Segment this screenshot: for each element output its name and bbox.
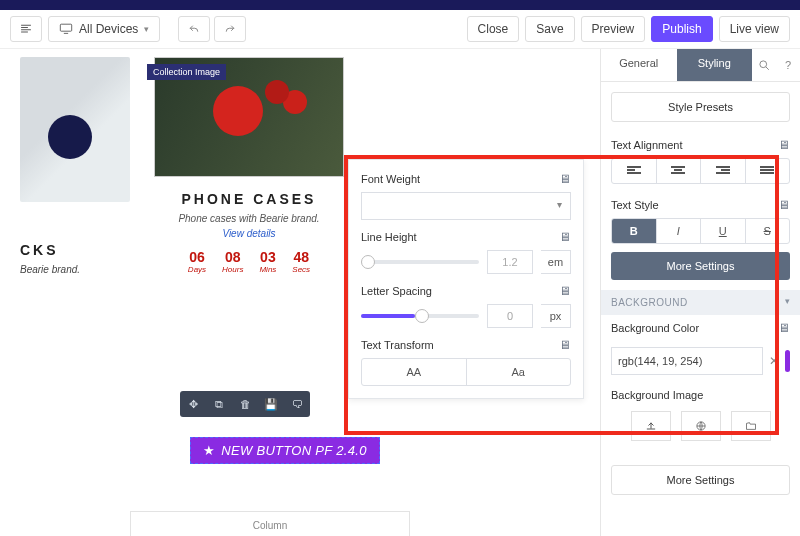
align-right[interactable]: [700, 159, 745, 183]
letter-spacing-unit[interactable]: px: [541, 304, 571, 328]
tab-general[interactable]: General: [601, 49, 677, 81]
comment-icon[interactable]: 🗨: [284, 391, 310, 417]
letter-spacing-input[interactable]: 0: [487, 304, 533, 328]
background-image-source: [601, 405, 800, 447]
live-view-button[interactable]: Live view: [719, 16, 790, 42]
text-style-label: Text Style: [611, 199, 659, 211]
svg-rect-0: [60, 24, 71, 31]
align-left[interactable]: [612, 159, 656, 183]
cks-title: CKS: [20, 242, 130, 258]
panel-tabs: General Styling ?: [601, 49, 800, 82]
backpack-image: [20, 57, 130, 202]
text-align-tool[interactable]: [10, 16, 42, 42]
top-strip: [0, 0, 800, 10]
redo-button[interactable]: [214, 16, 246, 42]
text-alignment-group: [611, 158, 790, 184]
background-color-input[interactable]: [611, 347, 763, 375]
column-placeholder[interactable]: Column: [130, 511, 410, 536]
publish-button[interactable]: Publish: [651, 16, 712, 42]
countdown: 06Days 08Hours 03Mins 48Secs: [188, 249, 310, 274]
device-icon[interactable]: 🖥: [559, 172, 571, 186]
search-icon[interactable]: [752, 49, 776, 81]
svg-point-1: [760, 61, 767, 68]
copy-icon[interactable]: ⧉: [206, 391, 232, 417]
delete-icon[interactable]: 🗑: [232, 391, 258, 417]
style-strike[interactable]: S: [745, 219, 790, 243]
element-action-toolbar: ✥ ⧉ 🗑 💾 🗨: [180, 391, 310, 417]
font-weight-dropdown[interactable]: [361, 192, 571, 220]
library-image-icon[interactable]: [731, 411, 771, 441]
desktop-icon: [59, 22, 73, 36]
text-transform-label: Text Transform: [361, 339, 434, 351]
background-color-label: Background Color: [611, 322, 699, 334]
main-area: CKS Bearie brand. Collection Image PHONE…: [0, 49, 800, 536]
product-card: Collection Image PHONE CASES Phone cases…: [154, 57, 344, 274]
device-icon[interactable]: 🖥: [778, 138, 790, 152]
style-presets-button[interactable]: Style Presets: [611, 92, 790, 122]
new-button-label: NEW BUTTON PF 2.4.0: [221, 443, 366, 458]
background-image-label: Background Image: [601, 385, 800, 405]
undo-button[interactable]: [178, 16, 210, 42]
text-transform-group: AA Aa: [361, 358, 571, 386]
style-italic[interactable]: I: [656, 219, 701, 243]
clear-color-icon[interactable]: ✕: [769, 354, 779, 368]
style-bold[interactable]: B: [612, 219, 656, 243]
text-style-group: B I U S: [611, 218, 790, 244]
web-image-icon[interactable]: [681, 411, 721, 441]
font-weight-label: Font Weight: [361, 173, 420, 185]
letter-spacing-label: Letter Spacing: [361, 285, 432, 297]
upload-image-icon[interactable]: [631, 411, 671, 441]
redo-icon: [224, 23, 236, 35]
cks-desc: Bearie brand.: [20, 264, 130, 275]
line-height-input[interactable]: 1.2: [487, 250, 533, 274]
countdown-secs: 48Secs: [292, 249, 310, 274]
more-settings-button[interactable]: More Settings: [611, 252, 790, 280]
product-image[interactable]: Collection Image: [154, 57, 344, 177]
help-icon[interactable]: ?: [776, 49, 800, 81]
view-details-link[interactable]: View details: [222, 228, 275, 239]
letter-spacing-slider[interactable]: [361, 314, 479, 318]
device-icon[interactable]: 🖥: [559, 338, 571, 352]
top-toolbar: All Devices ▾ Close Save Preview Publish…: [0, 10, 800, 49]
line-height-slider[interactable]: [361, 260, 479, 264]
collection-badge: Collection Image: [147, 64, 226, 80]
text-transform-capitalize[interactable]: Aa: [466, 359, 571, 385]
typography-popover: Font Weight🖥 Line Height🖥 1.2 em Letter …: [348, 159, 584, 399]
product-title: PHONE CASES: [182, 191, 317, 207]
devices-dropdown[interactable]: All Devices ▾: [48, 16, 160, 42]
save-button[interactable]: Save: [525, 16, 574, 42]
device-icon[interactable]: 🖥: [778, 198, 790, 212]
styling-panel: General Styling ? Style Presets Text Ali…: [600, 49, 800, 536]
line-height-label: Line Height: [361, 231, 417, 243]
move-icon[interactable]: ✥: [180, 391, 206, 417]
text-align-icon: [20, 23, 32, 35]
chevron-down-icon: ▾: [144, 24, 149, 34]
color-swatch[interactable]: [785, 350, 790, 372]
editor-canvas[interactable]: CKS Bearie brand. Collection Image PHONE…: [0, 49, 600, 536]
star-icon: ★: [203, 443, 215, 458]
background-group-header[interactable]: BACKGROUND: [601, 290, 800, 315]
product-description: Phone cases with Bearie brand.: [178, 213, 319, 224]
countdown-hours: 08Hours: [222, 249, 243, 274]
text-alignment-label: Text Alignment: [611, 139, 683, 151]
device-icon[interactable]: 🖥: [559, 284, 571, 298]
tab-styling[interactable]: Styling: [677, 49, 753, 81]
new-button-element[interactable]: ★ NEW BUTTON PF 2.4.0: [190, 437, 380, 464]
style-underline[interactable]: U: [700, 219, 745, 243]
line-height-unit[interactable]: em: [541, 250, 571, 274]
text-transform-uppercase[interactable]: AA: [362, 359, 466, 385]
devices-label: All Devices: [79, 22, 138, 36]
preview-button[interactable]: Preview: [581, 16, 646, 42]
device-icon[interactable]: 🖥: [559, 230, 571, 244]
undo-icon: [188, 23, 200, 35]
countdown-mins: 03Mins: [259, 249, 276, 274]
align-center[interactable]: [656, 159, 701, 183]
device-icon[interactable]: 🖥: [778, 321, 790, 335]
align-justify[interactable]: [745, 159, 790, 183]
close-button[interactable]: Close: [467, 16, 520, 42]
save-element-icon[interactable]: 💾: [258, 391, 284, 417]
more-settings-2-button[interactable]: More Settings: [611, 465, 790, 495]
countdown-days: 06Days: [188, 249, 206, 274]
